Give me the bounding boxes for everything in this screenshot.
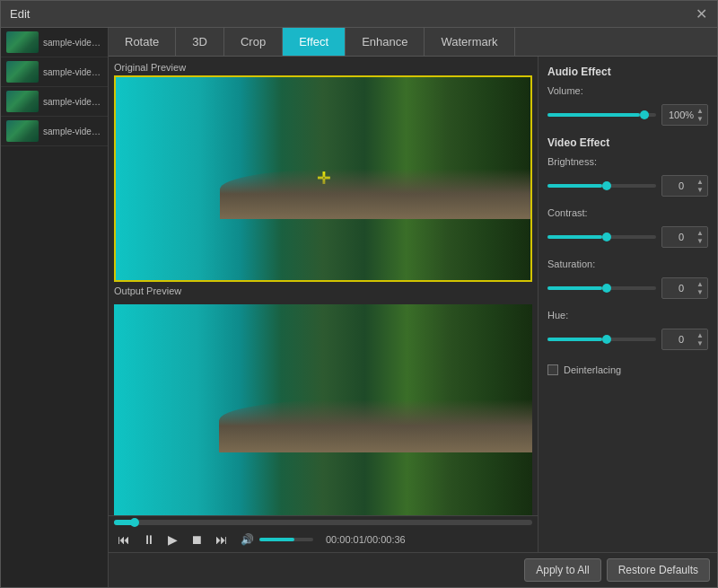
volume-spinbox-value: 100% (666, 110, 696, 120)
brightness-slider-thumb (602, 181, 611, 190)
hue-spinbox-arrows[interactable]: ▲▼ (696, 331, 704, 347)
volume-slider-thumb (640, 110, 649, 119)
main-area: Rotate 3D Crop Effect Enhance Watermark … (109, 28, 717, 587)
output-video-canvas (114, 304, 532, 515)
volume-fill (259, 538, 294, 541)
volume-slider-fill (547, 113, 640, 117)
saturation-label: Saturation: (547, 259, 708, 269)
contrast-spinbox[interactable]: 0 ▲▼ (661, 226, 708, 248)
contrast-slider-track[interactable] (547, 235, 656, 239)
hue-slider-thumb (602, 335, 611, 344)
volume-slider-row: 100% ▲▼ (547, 104, 708, 126)
play-button[interactable]: ▶ (164, 531, 181, 549)
sidebar-item-label: sample-video ... (43, 97, 102, 107)
crosshair-icon: ✛ (317, 169, 330, 189)
skip-forward-button[interactable]: ⏭ (212, 531, 232, 549)
volume-spinbox[interactable]: 100% ▲▼ (661, 104, 708, 126)
volume-icon: 🔊 (241, 533, 254, 546)
video-thumbnail (6, 31, 39, 53)
output-preview-label: Output Preview (114, 285, 532, 296)
sidebar-item[interactable]: sample-video ... (1, 57, 108, 87)
sidebar-item-label: sample-video ... (43, 127, 102, 136)
contrast-slider-row: 0 ▲▼ (547, 226, 708, 248)
restore-defaults-button[interactable]: Restore Defaults (607, 558, 710, 582)
contrast-spinbox-value: 0 (666, 232, 696, 242)
volume-label: Volume: (547, 85, 708, 96)
contrast-slider-fill (547, 235, 602, 239)
saturation-slider-fill (547, 286, 602, 290)
edit-window: Edit ✕ sample-video ... sample-video ...… (0, 0, 718, 588)
sidebar: sample-video ... sample-video ... sample… (1, 28, 109, 587)
hue-spinbox[interactable]: 0 ▲▼ (661, 329, 708, 350)
video-thumbnail (6, 120, 39, 142)
right-panel: Audio Effect Volume: 100% ▲▼ (538, 57, 717, 552)
hue-spinbox-value: 0 (666, 334, 696, 345)
tab-effect[interactable]: Effect (283, 28, 346, 56)
original-preview-frame: ✛ (114, 75, 532, 282)
hue-slider-track[interactable] (547, 338, 656, 341)
contrast-label: Contrast: (547, 207, 708, 218)
saturation-slider-thumb (602, 284, 611, 293)
progress-track[interactable] (114, 520, 532, 525)
sidebar-item[interactable]: sample-video ... (1, 117, 108, 146)
original-preview-label: Original Preview (114, 62, 532, 73)
brightness-label: Brightness: (547, 156, 708, 167)
output-preview-frame (114, 304, 532, 515)
sidebar-item-label: sample-video ... (43, 38, 102, 48)
tab-watermark[interactable]: Watermark (425, 28, 514, 56)
video-effect-title: Video Effect (547, 136, 708, 149)
hue-label: Hue: (547, 310, 708, 320)
playback-bar: ⏮ ⏸ ▶ ⏹ ⏭ 🔊 00:00:01/00:00:36 (109, 515, 538, 552)
tab-rotate[interactable]: Rotate (109, 28, 176, 56)
contrast-spinbox-arrows[interactable]: ▲▼ (696, 229, 704, 245)
close-button[interactable]: ✕ (694, 7, 708, 22)
sidebar-item[interactable]: sample-video ... (1, 87, 108, 117)
hue-slider-fill (547, 338, 602, 341)
brightness-slider-fill (547, 184, 602, 188)
brightness-spinbox-arrows[interactable]: ▲▼ (696, 178, 704, 194)
audio-effect-title: Audio Effect (547, 66, 708, 78)
deinterlacing-checkbox[interactable] (547, 364, 558, 375)
bottom-buttons: Apply to All Restore Defaults (109, 552, 717, 587)
progress-thumb (130, 518, 139, 527)
video-thumbnail (6, 91, 39, 112)
brightness-slider-row: 0 ▲▼ (547, 175, 708, 197)
tabs-bar: Rotate 3D Crop Effect Enhance Watermark (109, 28, 717, 57)
volume-slider[interactable] (259, 538, 313, 541)
saturation-spinbox[interactable]: 0 ▲▼ (661, 277, 708, 299)
brightness-slider-track[interactable] (547, 184, 656, 188)
controls-row: ⏮ ⏸ ▶ ⏹ ⏭ 🔊 00:00:01/00:00:36 (114, 531, 532, 549)
contrast-slider-thumb (602, 233, 611, 241)
deinterlacing-row: Deinterlacing (547, 364, 708, 375)
main-split: Original Preview ✛ Output Preview (109, 57, 717, 552)
pause-button[interactable]: ⏸ (139, 531, 159, 549)
preview-area: Original Preview ✛ Output Preview (109, 57, 538, 515)
saturation-spinbox-value: 0 (666, 283, 696, 294)
window-title: Edit (10, 7, 30, 21)
saturation-spinbox-arrows[interactable]: ▲▼ (696, 280, 704, 296)
apply-to-all-button[interactable]: Apply to All (524, 558, 600, 582)
beach-background (116, 77, 530, 280)
stop-button[interactable]: ⏹ (187, 531, 206, 549)
tab-enhance[interactable]: Enhance (346, 28, 425, 56)
time-display: 00:00:01/00:00:36 (326, 534, 406, 545)
beach-background-output (114, 304, 532, 515)
deinterlacing-label: Deinterlacing (564, 364, 621, 375)
skip-back-button[interactable]: ⏮ (114, 531, 134, 549)
sidebar-item-label: sample-video ... (43, 67, 102, 77)
saturation-slider-track[interactable] (547, 286, 656, 290)
brightness-spinbox[interactable]: 0 ▲▼ (661, 175, 708, 197)
content-area: sample-video ... sample-video ... sample… (1, 28, 717, 587)
hue-slider-row: 0 ▲▼ (547, 329, 708, 350)
video-thumbnail (6, 61, 39, 83)
saturation-slider-row: 0 ▲▼ (547, 277, 708, 299)
tab-3d[interactable]: 3D (176, 28, 224, 56)
volume-slider-track[interactable] (547, 113, 656, 117)
original-video-canvas: ✛ (116, 77, 530, 280)
sidebar-item[interactable]: sample-video ... (1, 28, 108, 57)
brightness-spinbox-value: 0 (666, 180, 696, 191)
volume-spinbox-arrows[interactable]: ▲▼ (696, 107, 704, 123)
title-bar: Edit ✕ (1, 1, 717, 28)
tab-crop[interactable]: Crop (224, 28, 283, 56)
